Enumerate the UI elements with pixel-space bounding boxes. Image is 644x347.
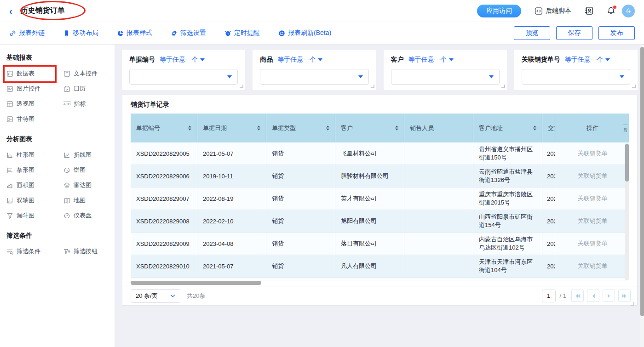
backend-script-button[interactable]: 后端脚本 (535, 7, 571, 15)
column-header-address[interactable]: 客户地址 (473, 114, 542, 142)
filter-widget-product[interactable]: 商品 等于任意一个 (253, 50, 376, 90)
sidebar-item-column-chart[interactable]: 柱形图 (6, 151, 63, 159)
filter-widget-order-no[interactable]: 单据编号 等于任意一个 (122, 50, 245, 90)
filter-value-select[interactable] (391, 69, 500, 85)
filter-condition-dropdown[interactable]: 等于任意一个 (565, 56, 610, 64)
sidebar-item-gauge[interactable]: 仪表盘 (63, 211, 114, 220)
filter-value-select[interactable] (522, 69, 630, 85)
sidebar-item-area-chart[interactable]: 面积图 (6, 181, 63, 189)
cell-address: 内蒙古自治区乌海市乌达区街道102号 (473, 233, 542, 255)
column-header-type[interactable]: 单据类型 (266, 114, 335, 142)
avatar[interactable]: 存 (622, 5, 635, 17)
column-header-date[interactable]: 单据日期 (197, 114, 266, 142)
refresh-icon (278, 30, 285, 37)
cell-date: 2021-05-07 (197, 142, 266, 165)
table-row[interactable]: XSDD20220829008 2022-02-10 销货 旭阳有限公司 山西省… (131, 210, 629, 233)
toolbar-item-external-link[interactable]: 报表外链 (9, 29, 45, 37)
sort-icon[interactable] (394, 125, 399, 131)
column-label: 单据编号 (136, 124, 160, 132)
table-row[interactable]: XSDD20220829010 2021-05-07 销货 凡人有限公司 天津市… (131, 255, 629, 278)
toolbar-item-scheduled-reminder[interactable]: 定时提醒 (224, 29, 260, 37)
publish-button[interactable]: 发布 (598, 26, 635, 40)
page-number-input[interactable] (542, 290, 556, 302)
table-row[interactable]: XSDD20220829005 2021-05-07 销货 飞星材料公司 贵州省… (131, 142, 629, 165)
related-sales-link[interactable]: 关联销货单 (578, 217, 608, 225)
next-page-button[interactable] (603, 290, 615, 302)
last-page-button[interactable] (618, 290, 631, 302)
filter-condition-dropdown[interactable]: 等于任意一个 (160, 56, 205, 64)
page-scrollbar[interactable] (640, 45, 644, 347)
table-vertical-scrollbar-thumb[interactable] (625, 144, 629, 182)
column-header-customer[interactable]: 客户 (335, 114, 404, 142)
table-row[interactable]: XSDD20220829009 2023-04-08 销货 落日有限公司 内蒙古… (131, 233, 629, 255)
previous-page-button[interactable] (587, 290, 599, 302)
column-header-actions[interactable]: 操作 —吕 (555, 114, 629, 142)
filter-widget-related-sales-no[interactable]: 关联销货单号 等于任意一个 (514, 50, 638, 90)
toolbar-item-report-refresh[interactable]: 报表刷新(Beta) (278, 29, 331, 37)
save-button[interactable]: 保存 (556, 26, 592, 40)
column-header-salesperson[interactable]: 销售人员 (404, 114, 473, 142)
sidebar-item-data-table[interactable]: 数据表 (6, 69, 63, 78)
page-size-select[interactable]: 20 条/页 (131, 289, 180, 303)
sort-icon[interactable] (532, 125, 537, 131)
sidebar-item-funnel-chart[interactable]: 漏斗图 (6, 211, 63, 220)
sidebar-item-filter-condition[interactable]: 筛选条件 (6, 247, 63, 256)
related-sales-link[interactable]: 关联销货单 (578, 239, 608, 248)
toolbar-item-report-style[interactable]: 报表样式 (117, 29, 152, 37)
page-scrollbar-thumb[interactable] (640, 47, 644, 316)
column-chart-icon (6, 152, 13, 159)
filter-condition-dropdown[interactable]: 等于任意一个 (408, 56, 454, 64)
column-header-delivery-date[interactable]: 交货日期 (542, 114, 555, 142)
sidebar-item-line-chart[interactable]: 折线图 (63, 151, 114, 159)
sidebar-item-metric[interactable]: 4,80 指标 (63, 100, 114, 108)
column-header-order-no[interactable]: 单据编号 (131, 114, 197, 142)
sales-order-table-widget[interactable]: 销货订单记录 单据编号 单据日期 单据类型 (122, 95, 638, 306)
sort-icon[interactable] (325, 125, 330, 131)
sort-icon[interactable] (187, 125, 192, 131)
preview-button[interactable]: 预览 (514, 26, 550, 40)
filter-value-select[interactable] (260, 69, 368, 85)
notification-bell-icon[interactable] (607, 6, 615, 15)
table-row[interactable]: XSDD20220829006 2019-10-11 销货 腾骏材料有限公司 云… (131, 165, 629, 188)
toolbar-item-filter-settings[interactable]: 筛选设置 (171, 29, 206, 37)
table-horizontal-scrollbar-thumb[interactable] (131, 281, 261, 285)
related-sales-link[interactable]: 关联销货单 (578, 149, 608, 158)
sidebar-item-text-widget[interactable]: 文本控件 (63, 69, 114, 78)
back-icon[interactable]: ‹ (9, 6, 12, 16)
address-book-icon[interactable] (585, 6, 593, 15)
report-toolbar: 报表外链 移动布局 报表样式 (0, 22, 644, 45)
alarm-icon (224, 30, 231, 37)
table-vertical-scrollbar[interactable] (625, 143, 629, 280)
table-row[interactable]: XSDD20220829007 2022-08-19 销货 英才有限公司 重庆市… (131, 188, 629, 210)
app-access-button[interactable]: 应用访问 (477, 5, 521, 17)
filter-button-icon (63, 248, 70, 255)
sidebar-item-pie-chart[interactable]: 饼图 (63, 166, 114, 174)
sidebar-item-label: 条形图 (17, 166, 34, 174)
sort-icon[interactable] (256, 125, 261, 131)
sidebar-item-pivot[interactable]: 透视图 (6, 100, 63, 108)
sidebar-item-image-widget[interactable]: 图片控件 (6, 85, 63, 93)
sidebar-item-calendar[interactable]: 日历 (63, 85, 114, 93)
toolbar-item-mobile-layout[interactable]: 移动布局 (63, 29, 98, 37)
filter-condition-icon (6, 248, 13, 255)
filter-widget-customer[interactable]: 客户 等于任意一个 (384, 50, 507, 90)
chevron-down-icon (620, 75, 624, 78)
sidebar-item-bar-chart[interactable]: 条形图 (6, 166, 63, 174)
related-sales-link[interactable]: 关联销货单 (578, 262, 608, 270)
column-settings-icon[interactable]: —吕 (623, 122, 627, 133)
bar-chart-icon (6, 167, 13, 174)
filter-value-select[interactable] (129, 69, 238, 85)
sidebar-item-map[interactable]: 地图 (63, 196, 114, 205)
sidebar-item-filter-button[interactable]: 筛选按钮 (63, 247, 114, 256)
sidebar-item-gantt[interactable]: 甘特图 (6, 115, 63, 123)
sidebar-item-dual-axis-chart[interactable]: 双轴图 (6, 196, 63, 205)
column-label: 客户地址 (479, 124, 503, 132)
filter-condition-dropdown[interactable]: 等于任意一个 (277, 56, 322, 64)
map-icon (63, 197, 70, 204)
first-page-button[interactable] (571, 290, 584, 302)
table-horizontal-scrollbar[interactable] (131, 280, 629, 286)
related-sales-link[interactable]: 关联销货单 (578, 194, 608, 203)
widget-sidebar: 基础报表 数据表 文本控件 图片控件 日历 (0, 45, 115, 347)
related-sales-link[interactable]: 关联销货单 (578, 172, 608, 180)
sidebar-item-radar-chart[interactable]: 雷达图 (63, 181, 114, 189)
